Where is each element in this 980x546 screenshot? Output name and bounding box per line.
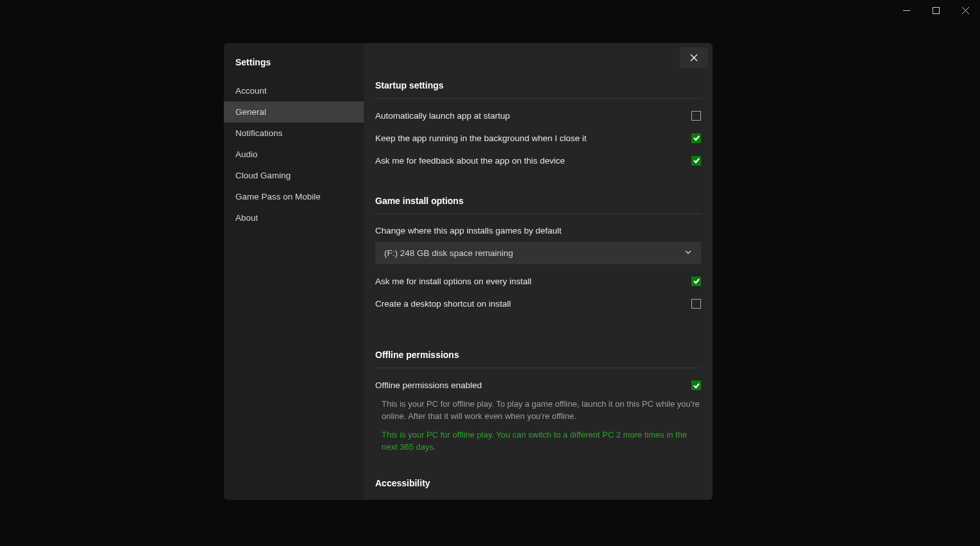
sidebar-item-game-pass-mobile[interactable]: Game Pass on Mobile: [224, 186, 364, 207]
section-title-startup: Startup settings: [375, 80, 701, 99]
section-title-install: Game install options: [375, 196, 701, 214]
settings-content: Startup settings Automatically launch ap…: [364, 43, 713, 500]
settings-scroll[interactable]: Startup settings Automatically launch ap…: [364, 43, 713, 500]
label-ask-options: Ask me for install options on every inst…: [375, 276, 532, 288]
sidebar-title: Settings: [224, 43, 364, 80]
row-keep-running: Keep the app running in the background w…: [375, 133, 701, 145]
checkbox-desktop-shortcut[interactable]: [691, 299, 701, 309]
label-feedback: Ask me for feedback about the app on thi…: [375, 155, 565, 167]
window-controls: [891, 0, 980, 21]
checkbox-keep-running[interactable]: [691, 133, 701, 143]
checkbox-ask-options[interactable]: [691, 277, 701, 286]
select-install-location[interactable]: (F:) 248 GB disk space remaining: [375, 242, 701, 264]
sidebar-item-audio[interactable]: Audio: [224, 144, 364, 165]
row-auto-launch: Automatically launch app at startup: [375, 110, 701, 123]
sidebar-item-account[interactable]: Account: [224, 80, 364, 101]
settings-modal: Settings Account General Notifications A…: [224, 43, 713, 500]
row-ask-options: Ask me for install options on every inst…: [375, 276, 701, 288]
label-auto-launch: Automatically launch app at startup: [375, 110, 510, 123]
offline-status: This is your PC for offline play. You ca…: [382, 429, 701, 454]
sidebar-item-notifications[interactable]: Notifications: [224, 123, 364, 144]
section-title-accessibility: Accessibility: [375, 478, 701, 496]
minimize-button[interactable]: [891, 0, 921, 21]
settings-sidebar: Settings Account General Notifications A…: [224, 43, 364, 500]
row-offline-enabled: Offline permissions enabled: [375, 380, 701, 392]
label-desktop-shortcut: Create a desktop shortcut on install: [375, 298, 511, 311]
maximize-button[interactable]: [921, 0, 950, 21]
checkbox-feedback[interactable]: [691, 156, 701, 166]
checkbox-offline-enabled[interactable]: [691, 380, 701, 390]
sidebar-item-about[interactable]: About: [224, 207, 364, 228]
close-window-button[interactable]: [950, 0, 980, 21]
select-install-location-value: (F:) 248 GB disk space remaining: [384, 248, 513, 258]
close-modal-button[interactable]: [680, 47, 708, 68]
sidebar-item-general[interactable]: General: [224, 101, 364, 123]
row-desktop-shortcut: Create a desktop shortcut on install: [375, 298, 701, 311]
checkbox-auto-launch[interactable]: [691, 111, 701, 121]
label-install-location: Change where this app installs games by …: [375, 226, 701, 235]
label-offline-enabled: Offline permissions enabled: [375, 380, 482, 392]
label-keep-running: Keep the app running in the background w…: [375, 133, 586, 145]
section-title-offline: Offline permissions: [375, 350, 701, 368]
offline-description: This is your PC for offline play. To pla…: [382, 398, 701, 423]
svg-rect-1: [933, 7, 939, 13]
sidebar-item-cloud-gaming[interactable]: Cloud Gaming: [224, 165, 364, 186]
row-feedback: Ask me for feedback about the app on thi…: [375, 155, 701, 167]
chevron-down-icon: [684, 248, 692, 258]
